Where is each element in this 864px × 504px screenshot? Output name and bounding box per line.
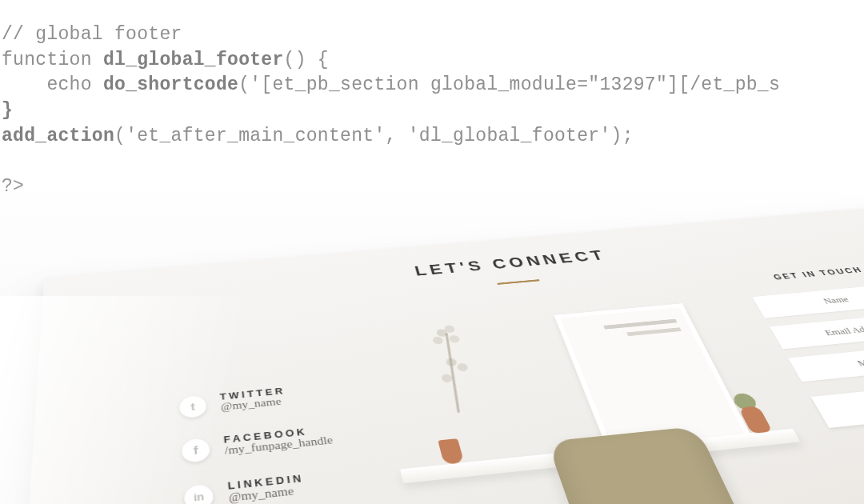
code-line-2-tail: () { [284,50,329,70]
social-item-linkedin[interactable]: in LINKEDIN @my_name [184,470,342,504]
frame-text-line [603,319,677,330]
code-line-3-fn: do_shortcode [103,74,238,95]
code-line-5-fn: add_action [2,126,114,146]
submit-button[interactable] [811,380,864,428]
social-list: t TWITTER @my_name f FACEBOOK /my_funpag… [179,382,346,504]
hero-scene [376,294,823,504]
footer-card: LET'S CONNECT t TWITTER @my_name f FACEB… [21,203,864,504]
twitter-icon: t [179,395,207,419]
footer-headline: LET'S CONNECT [42,218,864,312]
facebook-icon: f [182,438,211,463]
plant-branch [445,333,460,413]
social-item-twitter[interactable]: t TWITTER @my_name [179,382,326,417]
name-field[interactable]: Name [752,283,864,318]
code-line-3-tail: ('[et_pb_section global_module="13297"][… [238,74,780,95]
social-item-facebook[interactable]: f FACEBOOK /my_funpage_handle [181,424,334,462]
code-line-5-tail: ('et_after_main_content', 'dl_global_foo… [114,126,634,146]
code-snippet: // global footer function dl_global_foot… [2,22,864,200]
message-field[interactable]: Message [788,342,864,382]
frame-text-line [626,327,682,336]
code-line-1: // global footer [2,24,182,45]
footer-preview-stage: LET'S CONNECT t TWITTER @my_name f FACEB… [0,200,864,504]
code-line-4: } [2,100,13,121]
code-line-2-fn: dl_global_footer [103,50,284,70]
code-line-2-kw: function [2,50,103,70]
email-field[interactable]: Email Address [770,312,864,350]
clay-object [438,438,464,465]
form-title: GET IN TOUCH [740,263,864,285]
code-line-6: ?> [2,176,24,197]
linkedin-icon: in [184,484,214,504]
headline-underline [497,279,539,285]
code-line-3-echo: echo [2,74,103,95]
